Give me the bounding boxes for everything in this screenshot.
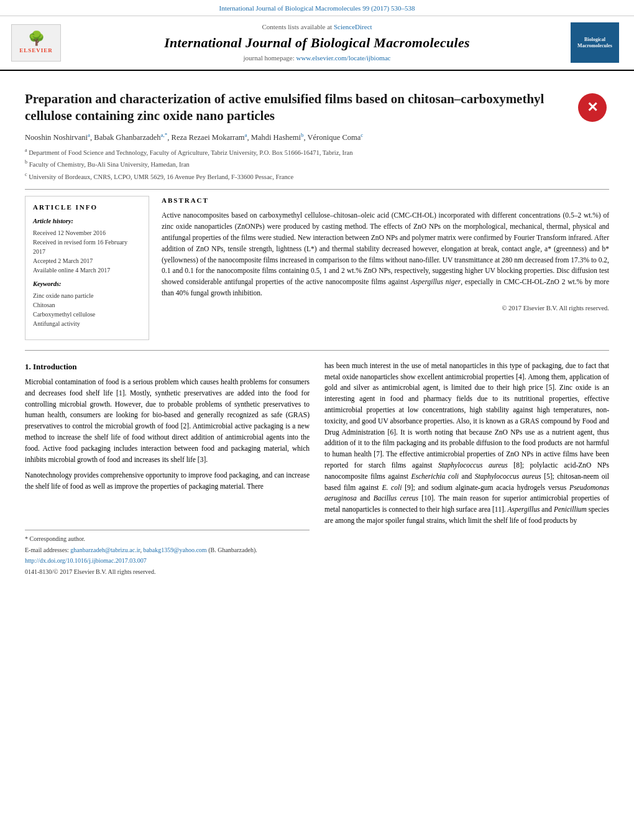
journal-homepage: journal homepage: www.elsevier.com/locat…: [80, 53, 554, 63]
article-title-section: Preparation and characterization of acti…: [25, 91, 609, 125]
footnote-section: * Corresponding author. E-mail addresses…: [25, 530, 310, 576]
affiliation-c: c University of Bordeaux, CNRS, LCPO, UM…: [25, 171, 609, 182]
keywords-label: Keywords:: [33, 280, 141, 289]
contents-text: Contents lists available at: [262, 23, 332, 30]
abstract-section: ABSTRACT Active nanocomposites based on …: [162, 196, 609, 340]
section-divider: [25, 189, 609, 190]
email1-link[interactable]: ghanbarzadeh@tabrizu.ac.ir: [70, 547, 140, 553]
elsevier-logo: 🌳 ELSEVIER: [11, 24, 67, 62]
keyword-4: Antifungal activity: [33, 319, 141, 328]
journal-logo-right: Biological Macromolecules: [567, 22, 623, 63]
elsevier-label: ELSEVIER: [19, 47, 53, 55]
keyword-3: Carboxymethyl cellulose: [33, 310, 141, 319]
body-right-column: has been much interest in the use of met…: [324, 361, 609, 578]
body-divider: [25, 350, 609, 351]
available-date: Available online 4 March 2017: [33, 265, 141, 275]
corresponding-note: * Corresponding author.: [25, 534, 310, 544]
accepted-date: Accepted 2 March 2017: [33, 256, 141, 265]
keyword-1: Zinc oxide nano particle: [33, 291, 141, 300]
doi-note: http://dx.doi.org/10.1016/j.ijbiomac.201…: [25, 556, 310, 566]
article-info-box: ARTICLE INFO Article history: Received 1…: [25, 196, 149, 340]
body-left-column: 1. Introduction Microbial contamination …: [25, 361, 310, 578]
intro-heading: 1. Introduction: [25, 361, 310, 373]
copyright-text: © 2017 Elsevier B.V. All rights reserved…: [162, 304, 609, 313]
citation-text: International Journal of Biological Macr…: [219, 4, 415, 12]
received-revised-date: Received in revised form 16 February 201…: [33, 238, 141, 256]
bio-macro-label: Biological Macromolecules: [577, 37, 612, 50]
journal-header: 🌳 ELSEVIER Contents lists available at S…: [0, 16, 634, 70]
homepage-link[interactable]: www.elsevier.com/locate/ijbiomac: [296, 54, 390, 62]
contents-line: Contents lists available at ScienceDirec…: [80, 22, 554, 32]
abstract-text: Active nanocomposites based on carboxyme…: [162, 210, 609, 299]
email-label: E-mail addresses:: [25, 547, 69, 553]
authors: Nooshin Noshirvania, Babak Ghanbarzadeha…: [25, 131, 609, 144]
email-suffix: (B. Ghanbarzadeh).: [208, 547, 257, 553]
elsevier-tree-icon: 🌳: [28, 32, 45, 45]
received-date: Received 12 November 2016: [33, 228, 141, 238]
keywords-section: Keywords: Zinc oxide nano particle Chito…: [33, 280, 141, 328]
journal-title: International Journal of Biological Macr…: [80, 35, 554, 51]
main-content: Preparation and characterization of acti…: [0, 71, 634, 578]
issn-note: 0141-8130/© 2017 Elsevier B.V. All right…: [25, 567, 310, 577]
body-columns: 1. Introduction Microbial contamination …: [25, 361, 609, 578]
info-abstract-section: ARTICLE INFO Article history: Received 1…: [25, 196, 609, 340]
sciencedirect-link[interactable]: ScienceDirect: [334, 23, 372, 30]
crossmark: ✕: [575, 91, 609, 125]
body-section: 1. Introduction Microbial contamination …: [25, 361, 609, 578]
bio-macro-logo: Biological Macromolecules: [571, 22, 619, 63]
homepage-text: journal homepage:: [244, 54, 295, 62]
affiliation-a: a Department of Food Science and Technol…: [25, 147, 609, 157]
intro-para-1: Microbial contamination of food is a ser…: [25, 377, 310, 466]
affiliations: a Department of Food Science and Technol…: [25, 147, 609, 182]
email2-link[interactable]: babakg1359@yahoo.com: [143, 547, 206, 553]
right-col-p1: has been much interest in the use of met…: [324, 361, 609, 527]
abstract-heading: ABSTRACT: [162, 196, 609, 205]
doi-link[interactable]: http://dx.doi.org/10.1016/j.ijbiomac.201…: [25, 557, 147, 564]
article-info-heading: ARTICLE INFO: [33, 203, 141, 212]
crossmark-icon: ✕: [578, 93, 607, 122]
intro-para-2: Nanotechnology provides comprehensive op…: [25, 470, 310, 492]
article-history: Article history: Received 12 November 20…: [33, 217, 141, 275]
affiliation-b: b Faculty of Chemistry, Bu-Ali Sina Univ…: [25, 159, 609, 169]
email-note: E-mail addresses: ghanbarzadeh@tabrizu.a…: [25, 545, 310, 555]
history-label: Article history:: [33, 217, 141, 226]
journal-citation: International Journal of Biological Macr…: [0, 0, 634, 16]
journal-center: Contents lists available at ScienceDirec…: [80, 22, 554, 63]
keyword-2: Chitosan: [33, 300, 141, 310]
article-title: Preparation and characterization of acti…: [25, 91, 563, 125]
